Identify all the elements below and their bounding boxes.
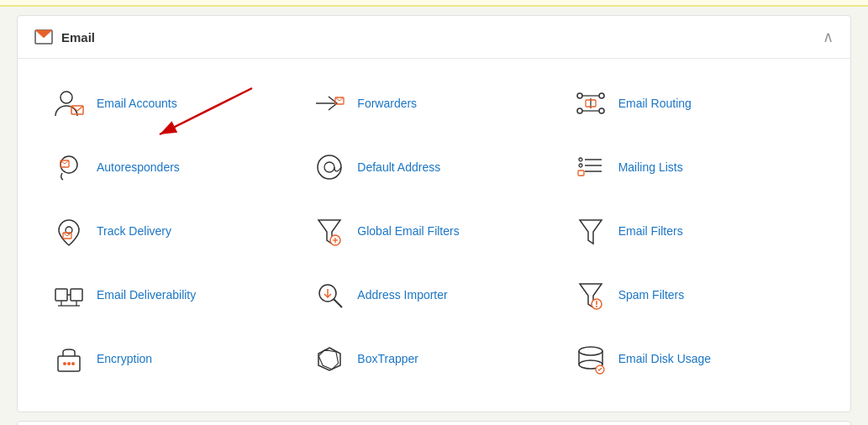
svg-marker-38 xyxy=(580,220,602,244)
email-deliverability-label: Email Deliverability xyxy=(97,288,196,302)
global-email-filters-label: Global Email Filters xyxy=(357,224,459,238)
forwarders-item[interactable]: Forwarders xyxy=(303,76,564,131)
forwarders-icon xyxy=(312,86,347,121)
forwarders-label: Forwarders xyxy=(357,97,417,110)
address-importer-item[interactable]: Address Importer xyxy=(303,267,564,323)
email-accounts-icon xyxy=(51,86,87,121)
files-section: Files ∧ xyxy=(17,421,851,425)
global-email-filters-icon xyxy=(312,213,347,249)
svg-point-12 xyxy=(577,108,582,113)
boxtrapper-label: BoxTrapper xyxy=(357,352,418,365)
email-section: Email ∧ Email Accounts xyxy=(17,15,851,412)
svg-point-13 xyxy=(599,108,604,113)
boxtrapper-item[interactable]: BoxTrapper xyxy=(303,331,564,386)
email-disk-usage-item[interactable]: Email Disk Usage xyxy=(565,331,825,386)
email-section-title: Email xyxy=(61,30,95,45)
email-section-header-left: Email xyxy=(34,29,95,45)
email-filters-label: Email Filters xyxy=(618,224,683,238)
email-section-header[interactable]: Email ∧ xyxy=(18,16,850,59)
email-section-content: Email Accounts Forwarders xyxy=(18,59,850,412)
track-delivery-icon xyxy=(51,213,87,249)
address-importer-label: Address Importer xyxy=(357,288,447,302)
default-address-label: Default Address xyxy=(357,160,440,174)
autoresponders-item[interactable]: Autoresponders xyxy=(43,139,303,195)
email-deliverability-icon xyxy=(51,277,87,312)
address-importer-icon xyxy=(312,277,347,312)
svg-point-55 xyxy=(71,362,75,365)
mailing-lists-icon xyxy=(573,150,608,185)
svg-rect-40 xyxy=(71,289,82,301)
svg-point-11 xyxy=(599,93,604,98)
default-address-item[interactable]: Default Address xyxy=(303,139,564,195)
svg-point-22 xyxy=(318,155,341,179)
global-email-filters-item[interactable]: Global Email Filters xyxy=(303,203,564,259)
email-routing-icon xyxy=(573,86,608,121)
svg-point-28 xyxy=(579,158,582,161)
email-section-chevron[interactable]: ∧ xyxy=(823,28,834,46)
mailing-lists-label: Mailing Lists xyxy=(618,160,683,174)
email-accounts-label: Email Accounts xyxy=(97,97,177,110)
default-address-icon xyxy=(312,150,347,185)
track-delivery-label: Track Delivery xyxy=(97,224,171,238)
email-items-grid: Email Accounts Forwarders xyxy=(43,76,825,386)
autoresponders-label: Autoresponders xyxy=(97,160,180,174)
svg-point-58 xyxy=(579,347,602,355)
email-filters-item[interactable]: Email Filters xyxy=(565,203,825,259)
svg-rect-27 xyxy=(578,171,584,176)
email-accounts-item[interactable]: Email Accounts xyxy=(43,76,303,131)
email-routing-item[interactable]: Email Routing xyxy=(565,76,825,131)
email-routing-label: Email Routing xyxy=(618,97,692,110)
svg-point-54 xyxy=(67,362,71,365)
encryption-item[interactable]: Encryption xyxy=(43,331,303,386)
svg-point-10 xyxy=(577,93,582,98)
svg-point-23 xyxy=(324,162,334,172)
files-section-header[interactable]: Files ∧ xyxy=(18,422,850,425)
email-disk-usage-icon xyxy=(573,341,608,376)
encryption-icon xyxy=(51,341,87,376)
top-bar xyxy=(0,0,868,7)
svg-point-51 xyxy=(596,306,597,307)
email-disk-usage-label: Email Disk Usage xyxy=(618,352,711,365)
track-delivery-item[interactable]: Track Delivery xyxy=(43,203,303,259)
mailing-lists-item[interactable]: Mailing Lists xyxy=(565,139,825,195)
svg-rect-39 xyxy=(55,289,67,301)
autoresponders-icon xyxy=(51,150,87,185)
spam-filters-label: Spam Filters xyxy=(618,288,685,302)
spam-filters-item[interactable]: Spam Filters xyxy=(565,267,825,323)
svg-point-4 xyxy=(60,92,72,103)
svg-point-53 xyxy=(63,362,66,365)
svg-line-46 xyxy=(334,299,342,307)
spam-filters-icon xyxy=(573,277,608,312)
email-filters-icon xyxy=(573,213,608,249)
email-section-icon xyxy=(34,29,53,45)
email-deliverability-item[interactable]: Email Deliverability xyxy=(43,267,303,323)
boxtrapper-icon xyxy=(312,341,347,376)
svg-point-29 xyxy=(579,164,582,167)
svg-marker-56 xyxy=(316,345,343,372)
encryption-label: Encryption xyxy=(97,352,152,365)
